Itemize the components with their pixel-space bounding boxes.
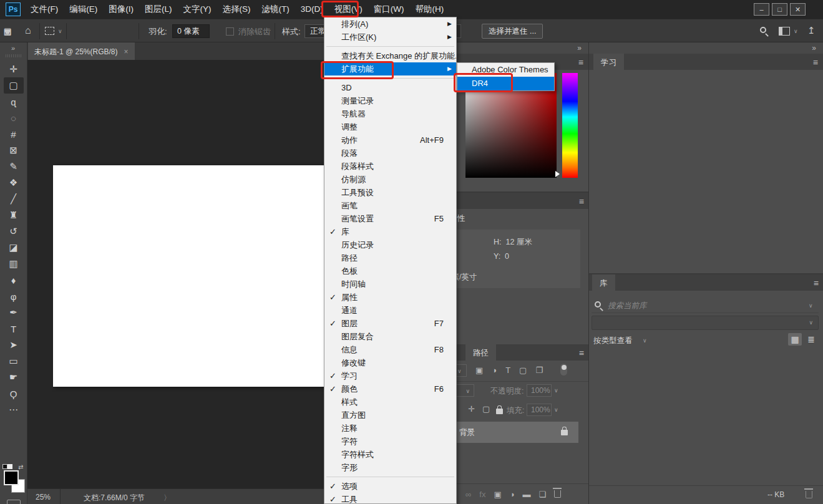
eyedropper-tool[interactable]: ✎	[4, 158, 24, 175]
window-menu-item[interactable]: ✓ 色板 ▶	[324, 264, 456, 278]
window-menu-item[interactable]: ✓ 段落样式 ▶	[324, 160, 456, 173]
rectangle-tool[interactable]: ▭	[4, 353, 24, 369]
window-menu-item[interactable]: ✓ 时间轴 ▶	[324, 278, 456, 291]
window-menu-item[interactable]: ✓ 扩展功能 ▶	[324, 62, 456, 75]
menubar-item[interactable]: 窗口(W)	[368, 0, 410, 19]
pen-tool[interactable]: ✒	[4, 304, 24, 321]
libraries-tab[interactable]: 库	[592, 274, 615, 291]
window-menu-item[interactable]: ✓ 导航器 ▶	[324, 107, 456, 120]
learn-panel-menu-icon[interactable]: ≡	[813, 57, 818, 67]
window-menu-item[interactable]: ✓ 动作 Alt+F9 ▶	[324, 133, 456, 147]
home-icon[interactable]: ⌂	[25, 25, 31, 36]
zoom-tool[interactable]: Ϙ	[4, 385, 24, 402]
tool-preset-marquee-icon[interactable]	[45, 27, 54, 35]
menubar-item[interactable]: 编辑(E)	[64, 0, 103, 19]
tool-preset-chevron-icon[interactable]: ∨	[58, 28, 62, 34]
document-canvas[interactable]	[53, 165, 334, 387]
clone-stamp-tool[interactable]: ♜	[4, 207, 24, 223]
window-menu-item[interactable]: ✓ 工具预设 ▶	[324, 186, 456, 199]
libraries-delete-icon[interactable]	[806, 491, 812, 498]
zoom-level[interactable]: 25%	[36, 493, 51, 502]
window-menu-item[interactable]: ✓ 路径 ▶	[324, 251, 456, 264]
link-layers-icon[interactable]: ∞	[465, 490, 471, 499]
window-menu-item[interactable]: ✓ 工作区(K) ▶	[324, 31, 456, 44]
window-menu-item[interactable]: ✓ 图层复合 ▶	[324, 330, 456, 343]
minimize-button[interactable]: –	[754, 3, 769, 16]
path-selection-tool[interactable]: ➤	[4, 337, 24, 353]
quick-mask-icon[interactable]: ◌	[7, 500, 21, 504]
properties-panel-menu-icon[interactable]: ≡	[579, 196, 584, 206]
window-menu-item[interactable]: ✓ 属性 ▶	[324, 291, 456, 304]
window-menu-item[interactable]: ✓ 学习 ▶	[324, 369, 456, 382]
window-menu-item[interactable]: ✓ 仿制源 ▶	[324, 173, 456, 186]
libraries-search-chevron-icon[interactable]: ∨	[809, 303, 813, 309]
quick-selection-tool[interactable]: ◌	[4, 110, 24, 126]
menubar-item[interactable]: 图层(L)	[139, 0, 178, 19]
add-layer-mask-icon[interactable]: ▣	[494, 490, 501, 499]
select-and-mask-button[interactable]: 选择并遮住 ...	[482, 24, 543, 39]
status-expander-icon[interactable]: 〉	[163, 493, 171, 503]
libraries-dropdown[interactable]: ∨	[592, 316, 819, 330]
workspace-chevron-icon[interactable]: ∨	[794, 28, 798, 34]
menubar-item[interactable]: 3D(D)	[295, 0, 329, 19]
paths-tab[interactable]: 路径	[465, 344, 496, 361]
history-brush-tool[interactable]: ↺	[4, 223, 24, 240]
collapse-panels-icon[interactable]: »	[577, 44, 581, 52]
menubar-item[interactable]: 文字(Y)	[178, 0, 217, 19]
filter-adjustment-layers-icon[interactable]: ◑	[492, 361, 497, 375]
close-button[interactable]: ✕	[790, 3, 806, 16]
document-tab[interactable]: 未标题-1 @ 25%(RGB/8)×	[28, 42, 135, 60]
window-menu-item[interactable]: ✓ 修改键 ▶	[324, 356, 456, 369]
layer-effects-icon[interactable]: fx	[479, 490, 485, 499]
lock-all-icon[interactable]	[496, 409, 503, 414]
libraries-panel-menu-icon[interactable]: ≡	[814, 278, 819, 288]
window-menu-item[interactable]: ✓ 选项 ▶	[324, 480, 456, 493]
window-menu-item[interactable]: ✓ 历史记录 ▶	[324, 238, 456, 251]
window-menu-item[interactable]: ✓ 图层 F7 ▶	[324, 317, 456, 330]
lock-position-icon[interactable]: ✛	[468, 404, 475, 414]
type-tool[interactable]: T	[4, 321, 24, 337]
color-panel-menu-icon[interactable]: ≡	[578, 57, 583, 67]
menubar-item[interactable]: 滤镜(T)	[256, 0, 295, 19]
window-menu-item[interactable]: ✓ ▶	[324, 44, 456, 49]
window-menu-item[interactable]: ✓ 画笔 ▶	[324, 199, 456, 212]
window-menu-item[interactable]: ✓ 段落 ▶	[324, 147, 456, 160]
view-by-type-chevron-icon[interactable]: ∨	[643, 337, 647, 344]
antialias-checkbox[interactable]	[226, 27, 234, 36]
list-view-icon[interactable]: ≣	[804, 333, 818, 346]
window-menu-item[interactable]: ✓ 字符 ▶	[324, 435, 456, 448]
blur-tool[interactable]: ♦	[4, 272, 24, 288]
brush-tool[interactable]: ╱	[4, 191, 24, 207]
toolbar-grip[interactable]	[6, 54, 22, 57]
menubar-item[interactable]: 文件(F)	[25, 0, 64, 19]
fill-field[interactable]: 100%	[527, 404, 552, 416]
menubar-item[interactable]: 视图(V)	[329, 0, 368, 19]
window-menu-item[interactable]: ✓ 注释 ▶	[324, 422, 456, 435]
window-menu-item[interactable]: ✓ ▶	[324, 75, 456, 81]
maximize-button[interactable]: □	[772, 3, 787, 16]
feather-input[interactable]: 0 像素	[172, 24, 210, 38]
window-menu-item[interactable]: ✓ 调整 ▶	[324, 120, 456, 133]
menubar-item[interactable]: 帮助(H)	[409, 0, 449, 19]
hand-tool[interactable]: ☛	[4, 369, 24, 385]
window-menu-item[interactable]: ✓ 样式 ▶	[324, 395, 456, 409]
window-menu-item[interactable]: ✓ 字符样式 ▶	[324, 448, 456, 461]
window-menu-item[interactable]: ✓ 颜色 F6 ▶	[324, 382, 456, 395]
background-layer-lock-icon[interactable]	[561, 430, 568, 435]
window-menu-item[interactable]: ✓ 画笔设置 F5 ▶	[324, 212, 456, 225]
lock-image-icon[interactable]: ▢	[482, 404, 490, 414]
document-tab-close-icon[interactable]: ×	[124, 47, 129, 56]
color-hue-slider[interactable]	[562, 73, 578, 178]
collapse-panels-right-icon[interactable]: »	[812, 44, 816, 52]
libraries-search-field[interactable]: 搜索当前库 ∨	[592, 298, 819, 313]
share-icon[interactable]: ↥	[807, 25, 816, 36]
toolbar-collapse-icon[interactable]: »	[0, 42, 27, 52]
window-menu-item[interactable]: ✓ 直方图 ▶	[324, 409, 456, 422]
layers-panel-menu-icon[interactable]: ≡	[579, 348, 584, 358]
window-menu-item[interactable]: ✓ 信息 F8 ▶	[324, 343, 456, 356]
dodge-tool[interactable]: φ	[4, 288, 24, 304]
delete-layer-icon[interactable]	[554, 490, 561, 498]
opacity-field[interactable]: 100%	[527, 384, 552, 397]
intersect-selection-icon[interactable]: ◫	[0, 24, 15, 38]
opacity-chevron-icon[interactable]: ∨	[554, 387, 558, 394]
